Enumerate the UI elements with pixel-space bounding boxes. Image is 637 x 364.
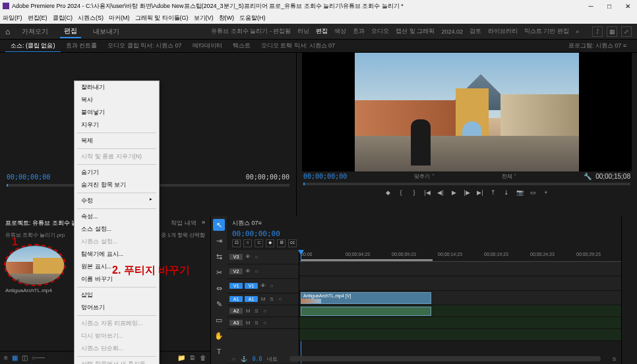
menu-help[interactable]: 도움말(H) <box>239 14 266 22</box>
program-fit[interactable]: 맞추기 <box>414 173 430 179</box>
lock-icon[interactable]: ○ <box>253 254 260 260</box>
list-view-icon[interactable]: ≡ <box>4 354 8 361</box>
tl-track-a1[interactable] <box>299 305 621 317</box>
menu-item[interactable]: 덮어쓰기 <box>75 301 159 314</box>
ws-effects[interactable]: 효과 <box>353 27 365 36</box>
timeline-ruler[interactable]: 00;00 00;00;04;23 00;00;09;23 00;00;14;2… <box>299 250 621 262</box>
maximize-button[interactable]: □ <box>603 3 616 10</box>
tl-track-a3[interactable] <box>299 329 621 341</box>
solo-icon[interactable]: S <box>613 356 616 362</box>
program-preview[interactable] <box>302 53 632 171</box>
menu-item[interactable]: 속성... <box>75 210 159 223</box>
menu-window[interactable]: 창(W) <box>219 14 235 22</box>
chevron-right-icon[interactable]: » <box>576 28 579 35</box>
tab-source[interactable]: 소스: (클립 없음) <box>5 40 61 52</box>
ripple-edit-tool-icon[interactable]: ⇆ <box>213 251 225 262</box>
track-select-tool-icon[interactable]: ⇥ <box>213 235 225 247</box>
solo-icon[interactable]: S <box>268 296 275 302</box>
tab-program[interactable]: 프로그램: 시퀀스 07 ≡ <box>563 40 632 51</box>
trash-icon[interactable]: 🗑 <box>200 354 206 361</box>
ws-editing[interactable]: 편집 <box>316 27 328 36</box>
tab-effect-controls[interactable]: 효과 컨트롤 <box>61 40 103 51</box>
menu-clip[interactable]: 클립(C) <box>53 14 73 22</box>
freeform-view-icon[interactable]: ◫ <box>22 354 28 361</box>
tl-track-v2[interactable] <box>299 276 621 291</box>
tl-toggle-snap[interactable]: ∩ <box>243 239 252 247</box>
clip-audio[interactable] <box>301 307 431 316</box>
src-v1[interactable]: V1 <box>229 283 243 289</box>
tl-track-a2[interactable] <box>299 317 621 329</box>
fullscreen-icon[interactable]: ⤢ <box>621 26 632 37</box>
new-bin-icon[interactable]: 📁 <box>177 354 185 361</box>
tl-timecode[interactable]: 00;00;00;00 <box>227 229 286 238</box>
add-marker-icon[interactable]: ◆ <box>383 189 392 198</box>
go-in-icon[interactable]: |◀ <box>423 189 432 198</box>
ws-import[interactable]: 가져오기 <box>18 26 52 38</box>
track-a3[interactable]: A3 <box>229 320 243 326</box>
ws-audio[interactable]: 오디오 <box>371 27 389 36</box>
ws-year[interactable]: 2024.02 <box>441 28 463 35</box>
tab-metadata[interactable]: 메타데이터 <box>187 40 228 51</box>
type-tool-icon[interactable]: T <box>213 346 225 357</box>
lift-icon[interactable]: ⤒ <box>489 189 498 198</box>
mute-icon[interactable]: M <box>260 296 266 302</box>
lock-icon[interactable]: ○ <box>262 308 268 314</box>
tl-track-v1[interactable]: AntiguaArchTL.mp4 [V] <box>299 291 621 305</box>
mark-in-icon[interactable]: { <box>396 189 406 198</box>
menu-sequence[interactable]: 시퀀스(S) <box>78 14 104 22</box>
razor-tool-icon[interactable]: ✂ <box>213 266 225 278</box>
menu-item[interactable]: 붙여넣기 <box>75 106 159 119</box>
chevron-right-icon[interactable]: » <box>202 219 205 228</box>
slip-tool-icon[interactable]: ⇔ <box>213 282 225 294</box>
menu-item[interactable]: 숨기기 <box>75 166 159 179</box>
menu-item[interactable]: 숨겨진 항목 보기 <box>75 179 159 191</box>
menu-view[interactable]: 보기(V) <box>194 14 214 22</box>
mute-icon[interactable]: M <box>245 308 251 314</box>
eye-icon[interactable]: 👁 <box>245 254 251 260</box>
menu-item[interactable]: 복제 <box>75 135 159 147</box>
eye-icon[interactable]: 👁 <box>245 268 251 274</box>
export-frame-icon[interactable]: 📷 <box>515 189 524 198</box>
tab-audio-track-mixer[interactable]: 오디오 트랙 믹서: 시퀀스 07 <box>256 40 341 51</box>
menu-item[interactable]: 잘라내기 <box>75 81 159 94</box>
menu-item[interactable]: 수정 <box>75 195 159 207</box>
pen-tool-icon[interactable]: ✎ <box>213 298 225 310</box>
workspace-icon[interactable]: ▦ <box>607 26 617 37</box>
selection-tool-icon[interactable]: ↖ <box>213 219 225 231</box>
program-tc-left[interactable]: 00;00;00;00 <box>303 173 347 180</box>
hand-tool-icon[interactable]: ✋ <box>213 330 225 342</box>
source-tc-left[interactable]: 00;00;00;00 <box>7 173 50 181</box>
in-out-range[interactable] <box>301 259 433 261</box>
menu-item[interactable]: 복사 <box>75 94 159 106</box>
minimize-button[interactable]: ─ <box>584 3 597 10</box>
step-back-icon[interactable]: ◀| <box>436 189 445 198</box>
lock-icon[interactable]: ○ <box>277 296 284 302</box>
zoom-slider[interactable]: ○── <box>32 354 45 361</box>
tab-audio-clip-mixer[interactable]: 오디오 클립 믹서: 시퀀스 07 <box>102 40 187 51</box>
tl-toggle-settings[interactable]: ⚙ <box>277 239 286 247</box>
home-icon[interactable]: ⌂ <box>5 27 10 36</box>
ws-color[interactable]: 색상 <box>334 27 346 36</box>
menu-file[interactable]: 파일(F) <box>3 14 22 22</box>
plus-icon[interactable]: + <box>541 189 551 198</box>
export-icon[interactable]: ⤴ <box>592 26 603 37</box>
track-v3[interactable]: V3 <box>229 254 243 260</box>
menu-item[interactable]: 탐색기에 표시... <box>75 248 159 260</box>
menu-item[interactable]: 소스 설정... <box>75 223 159 235</box>
mark-out-icon[interactable]: } <box>410 189 419 198</box>
ws-captions[interactable]: 캡션 및 그래픽 <box>396 27 435 36</box>
track-a1[interactable]: A1 <box>245 296 258 302</box>
ws-review[interactable]: 검토 <box>470 27 481 36</box>
src-a1[interactable]: A1 <box>229 296 243 302</box>
solo-icon[interactable]: S <box>253 320 260 326</box>
sequence-name[interactable]: 시퀀스 07 <box>232 219 258 228</box>
icon-view-icon[interactable]: ▦ <box>12 354 18 361</box>
lock-icon[interactable]: ○ <box>268 283 275 289</box>
comparison-icon[interactable]: ▭ <box>528 189 537 198</box>
eye-icon[interactable]: 👁 <box>260 283 266 289</box>
tl-toggle-link[interactable]: ⊂ <box>255 239 263 247</box>
tl-zoom-scrollbar[interactable] <box>289 356 600 361</box>
tl-toggle-cc[interactable]: cc <box>288 239 297 247</box>
mute-icon[interactable]: M <box>245 320 251 326</box>
solo-icon[interactable]: S <box>253 308 260 314</box>
